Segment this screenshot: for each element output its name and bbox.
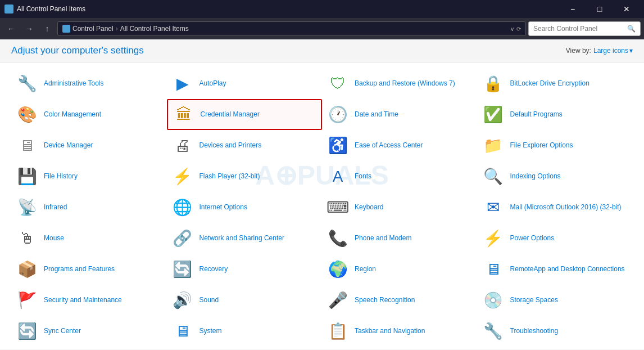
app-icon: [4, 5, 13, 14]
search-box[interactable]: 🔍: [528, 21, 641, 36]
item-file-history[interactable]: 💾File History: [11, 161, 167, 192]
address-path1: Control Panel: [72, 25, 114, 33]
item-label-system: System: [199, 327, 222, 336]
item-internet-opt[interactable]: 🌐Internet Options: [167, 192, 323, 223]
item-infrared[interactable]: 📡Infrared: [11, 192, 167, 223]
forward-button[interactable]: →: [21, 21, 37, 37]
item-label-color-mgmt: Color Management: [44, 110, 101, 119]
item-icon-recovery: 🔄: [171, 258, 194, 281]
title-bar-left: All Control Panel Items: [4, 5, 85, 14]
item-icon-file-explorer: 📁: [482, 134, 505, 157]
item-label-infrared: Infrared: [44, 203, 67, 212]
item-sound[interactable]: 🔊Sound: [167, 285, 323, 316]
item-label-power: Power Options: [510, 234, 555, 243]
item-autoplay[interactable]: ▶AutoPlay: [167, 68, 323, 99]
maximize-button[interactable]: □: [587, 0, 613, 18]
address-dropdown: ∨ ⟳: [510, 26, 521, 32]
item-mail[interactable]: ✉Mail (Microsoft Outlook 2016) (32-bit): [478, 192, 633, 223]
address-box[interactable]: Control Panel › All Control Panel Items …: [57, 21, 526, 36]
item-icon-indexing: 🔍: [482, 165, 505, 188]
up-button[interactable]: ↑: [39, 21, 55, 37]
item-credential[interactable]: 🏛Credential Manager: [167, 99, 323, 130]
item-admin-tools[interactable]: 🔧Administrative Tools: [11, 68, 167, 99]
item-icon-security: 🚩: [16, 289, 38, 312]
item-label-bitlocker: BitLocker Drive Encryption: [510, 79, 589, 88]
item-label-keyboard: Keyboard: [355, 203, 383, 212]
item-label-flash: Flash Player (32-bit): [199, 172, 260, 181]
item-label-trouble: Troubleshooting: [510, 327, 559, 336]
view-by-control: View by: Large icons ▾: [566, 47, 633, 55]
item-bitlocker[interactable]: 🔒BitLocker Drive Encryption: [478, 68, 633, 99]
item-icon-credential: 🏛: [173, 104, 195, 126]
content-area: 🔧Administrative Tools▶AutoPlay🛡Backup an…: [0, 62, 644, 349]
item-datetime[interactable]: 🕐Date and Time: [322, 99, 478, 130]
window-controls: − □ ✕: [560, 0, 640, 18]
back-button[interactable]: ←: [3, 21, 19, 37]
item-color-mgmt[interactable]: 🎨Color Management: [11, 99, 167, 130]
item-file-explorer[interactable]: 📁File Explorer Options: [478, 130, 633, 161]
item-region[interactable]: 🌍Region: [322, 254, 478, 285]
item-mouse[interactable]: 🖱Mouse: [11, 223, 167, 254]
item-programs[interactable]: 📦Programs and Features: [11, 254, 167, 285]
item-icon-sync: 🔄: [16, 320, 38, 343]
dropdown-arrow[interactable]: ∨: [510, 26, 514, 32]
item-sync[interactable]: 🔄Sync Center: [11, 316, 167, 347]
item-power[interactable]: ⚡Power Options: [478, 223, 633, 254]
item-devices-printers[interactable]: 🖨Devices and Printers: [167, 130, 323, 161]
item-icon-devices-printers: 🖨: [171, 134, 194, 157]
view-by-value[interactable]: Large icons ▾: [593, 47, 633, 55]
item-icon-ease-access: ♿: [326, 134, 349, 157]
item-flash[interactable]: ⚡Flash Player (32-bit): [167, 161, 323, 192]
minimize-button[interactable]: −: [560, 0, 586, 18]
item-fonts[interactable]: AFonts: [322, 161, 478, 192]
item-device-mgr[interactable]: 🖥Device Manager: [11, 130, 167, 161]
item-taskbar[interactable]: 📋Taskbar and Navigation: [322, 316, 478, 347]
item-default-prog[interactable]: ✅Default Programs: [478, 99, 633, 130]
item-phone-modem[interactable]: 📞Phone and Modem: [322, 223, 478, 254]
item-label-network: Network and Sharing Center: [199, 234, 284, 243]
item-icon-remote: 🖥: [482, 258, 505, 281]
item-label-region: Region: [355, 265, 376, 274]
title-bar: All Control Panel Items − □ ✕: [0, 0, 644, 18]
item-label-phone-modem: Phone and Modem: [355, 234, 411, 243]
address-icon: [62, 25, 70, 33]
item-recovery[interactable]: 🔄Recovery: [167, 254, 323, 285]
item-label-security: Security and Maintenance: [44, 296, 122, 305]
item-system[interactable]: 🖥System: [167, 316, 323, 347]
item-network[interactable]: 🔗Network and Sharing Center: [167, 223, 323, 254]
item-icon-internet-opt: 🌐: [171, 196, 194, 219]
item-icon-backup-restore: 🛡: [326, 73, 349, 95]
svg-rect-2: [6, 10, 8, 12]
item-icon-admin-tools: 🔧: [16, 73, 38, 95]
item-speech[interactable]: 🎤Speech Recognition: [322, 285, 478, 316]
item-indexing[interactable]: 🔍Indexing Options: [478, 161, 633, 192]
item-icon-datetime: 🕐: [326, 104, 349, 126]
item-icon-flash: ⚡: [171, 165, 194, 188]
item-label-mouse: Mouse: [44, 234, 64, 243]
item-storage[interactable]: 💿Storage Spaces: [478, 285, 633, 316]
close-button[interactable]: ✕: [614, 0, 640, 18]
search-input[interactable]: [533, 25, 625, 33]
item-icon-infrared: 📡: [16, 196, 38, 219]
items-grid: 🔧Administrative Tools▶AutoPlay🛡Backup an…: [0, 62, 644, 349]
item-icon-device-mgr: 🖥: [16, 134, 38, 157]
item-ease-access[interactable]: ♿Ease of Access Center: [322, 130, 478, 161]
item-label-fonts: Fonts: [355, 172, 371, 181]
item-trouble[interactable]: 🔧Troubleshooting: [478, 316, 633, 347]
item-icon-bitlocker: 🔒: [482, 73, 505, 95]
item-icon-mouse: 🖱: [16, 227, 38, 250]
item-remote[interactable]: 🖥RemoteApp and Desktop Connections: [478, 254, 633, 285]
item-security[interactable]: 🚩Security and Maintenance: [11, 285, 167, 316]
item-label-internet-opt: Internet Options: [199, 203, 247, 212]
item-label-default-prog: Default Programs: [510, 110, 563, 119]
refresh-arrow[interactable]: ⟳: [516, 26, 521, 32]
item-icon-storage: 💿: [482, 289, 505, 312]
item-label-remote: RemoteApp and Desktop Connections: [510, 265, 625, 274]
item-icon-default-prog: ✅: [482, 104, 505, 126]
item-label-recovery: Recovery: [199, 265, 228, 274]
item-label-backup-restore: Backup and Restore (Windows 7): [355, 79, 455, 88]
item-icon-fonts: A: [326, 165, 349, 188]
item-backup-restore[interactable]: 🛡Backup and Restore (Windows 7): [322, 68, 478, 99]
item-keyboard[interactable]: ⌨Keyboard: [322, 192, 478, 223]
item-label-credential: Credential Manager: [201, 110, 260, 119]
